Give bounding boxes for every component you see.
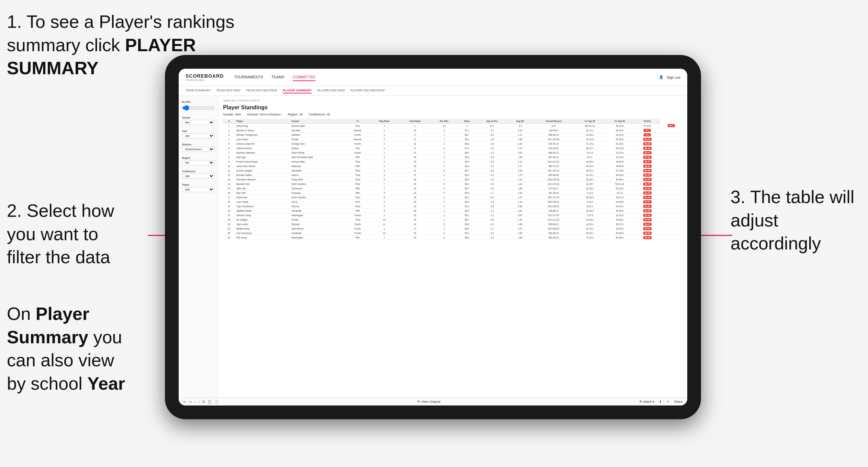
table-row: 26Petr HrubyWashingtonFifth725068.6-1.61… xyxy=(223,235,682,240)
instruction-3-text: 3. The table will adjust accordingly xyxy=(731,187,854,253)
watch-button[interactable]: 👁 Watch ▾ xyxy=(639,400,654,403)
table-row: 14Maxwell FordNorth CarolinaThird723069.… xyxy=(223,182,682,186)
nav-committee[interactable]: COMMITTEE xyxy=(293,74,315,81)
sidebar-year: Year (All) xyxy=(182,130,214,138)
share-icon[interactable]: ↗ xyxy=(667,400,669,403)
instruction-1-text: 1. To see a Player's rankings summary cl… xyxy=(7,12,234,55)
standings-filters: Gender: Men Division: NCAA Division I Re… xyxy=(223,113,682,116)
user-icon: 👤 xyxy=(659,75,663,79)
main-content: No Rds. Gender Men Year (All) xyxy=(179,96,687,398)
table-row: 12Brendan ValdesAuburnThird537068.4-1.11… xyxy=(223,173,682,177)
col-points: Points xyxy=(635,119,660,124)
nav-tournaments[interactable]: TOURNAMENTS xyxy=(234,74,263,81)
table-row: 7Nicholas GabrelcikNorth FloridaFourth12… xyxy=(223,151,682,155)
clock-icon[interactable]: 🕐 xyxy=(214,400,219,404)
sidebar-no-rds: No Rds. xyxy=(182,101,214,112)
standings-table: # Player School Yr Reg Rank Conf Rank No… xyxy=(223,119,682,240)
table-row: 1Wenyi DingArizona StateFirst1115167.1-3… xyxy=(223,124,682,128)
col-conf-rank: Conf Rank xyxy=(399,119,431,124)
table-body: 1Wenyi DingArizona StateFirst1115167.1-3… xyxy=(223,124,682,240)
share-button[interactable]: Share xyxy=(674,400,682,403)
conference-filter: Conference: All xyxy=(309,113,330,116)
toolbar-right: 👁 Watch ▾ ⬇ ↗ Share xyxy=(639,400,682,403)
prev-icon[interactable]: ‹ xyxy=(194,400,196,404)
division-select[interactable]: NCAA Division I xyxy=(182,147,214,152)
table-row: 17David FordNorth CarolinaThird928069.2-… xyxy=(223,195,682,200)
sub-nav-player-summary[interactable]: PLAYER SUMMARY xyxy=(283,88,312,93)
col-yr: Yr xyxy=(346,119,369,124)
redo-icon[interactable]: ↪ xyxy=(189,400,192,404)
col-school: School xyxy=(290,119,346,124)
table-row: 22Ian GilliganFloridaThird1024168.7-0.81… xyxy=(223,218,682,222)
logo-sub: Powered by dippi xyxy=(186,79,224,81)
col-player: Player xyxy=(235,119,290,124)
gender-select[interactable]: Men xyxy=(182,120,214,125)
nav-links: TOURNAMENTS TEAMS COMMITTEE xyxy=(234,74,659,81)
no-rds-label: No Rds. xyxy=(182,101,214,103)
table-row: 4Luke ClatonFloridaSecond217168.2-1.61.9… xyxy=(223,137,682,142)
table-row: 19Tiger ChristensenArizonaThird523269.2-… xyxy=(223,204,682,209)
view-label: 👁 xyxy=(417,400,421,403)
standings-header: Player Standings Gender: Men Division: N… xyxy=(223,104,682,116)
next-icon[interactable]: › xyxy=(198,400,199,404)
sub-nav-player-h2h-grid[interactable]: PLAYER H2H GRID xyxy=(317,88,345,93)
col-vs-top-50: Vs Top 50 xyxy=(605,119,635,124)
copy-icon[interactable]: ⧉ xyxy=(202,400,205,404)
instruction-2: 2. Select how you want to filter the dat… xyxy=(7,199,151,269)
gender-label: Gender xyxy=(182,116,214,119)
col-no-rds: No. Rds. xyxy=(431,119,458,124)
sidebar-player: Player (All) xyxy=(182,184,214,192)
bottom-toolbar: ↩ ↪ ‹ › ⧉ 📋 🕐 👁 View: Original 👁 Watch ▾… xyxy=(179,398,687,405)
table-row: 24Bastien AmatNew MexicoFourth127269.4-1… xyxy=(223,226,682,231)
table-row: 8Mats EgeEast Tennessee StateFifth124268… xyxy=(223,155,682,159)
division-filter: Division: NCAA Division I xyxy=(247,113,282,116)
tablet-frame: SCOREBOARD Powered by dippi TOURNAMENTS … xyxy=(165,55,701,419)
no-rds-slider[interactable] xyxy=(182,104,214,112)
sign-out-link[interactable]: Sign out xyxy=(667,74,680,81)
sub-nav-team-h2h-heatmap[interactable]: TEAM H2H HEATMAP xyxy=(246,88,277,93)
table-row: 20Matthew RiedelVanderbiltFifth625169.5-… xyxy=(223,209,682,213)
col-overall: Overall Record xyxy=(532,119,575,124)
instruction-bottom-text: On PlayerSummary youcan also viewby scho… xyxy=(7,304,125,393)
sidebar-gender: Gender Men xyxy=(182,116,214,125)
instruction-2-line3: filter the data xyxy=(7,247,110,267)
nav-teams[interactable]: TEAMS xyxy=(271,74,285,81)
player-select[interactable]: (All) xyxy=(182,187,214,192)
table-row: 16Alex GoffKentuckyFifth819068.3-1.71.92… xyxy=(223,191,682,195)
sub-nav-team-summary[interactable]: TEAM SUMMARY xyxy=(186,88,211,93)
table-row: 6Jackson KoivunAuburnFirst217267.3-3.02.… xyxy=(223,146,682,151)
col-vs-top-25: Vs Top 25 xyxy=(575,119,605,124)
sub-nav-player-h2h-heatmap[interactable]: PLAYER H2H HEATMAP xyxy=(350,88,385,93)
instruction-2-line1: 2. Select how xyxy=(7,201,114,221)
table-row: 21Taehoon SongWashingtonFourth123169.1-1… xyxy=(223,213,682,218)
standings-title: Player Standings xyxy=(223,104,682,111)
year-select[interactable]: (All) xyxy=(182,133,214,138)
region-select[interactable]: N/A xyxy=(182,160,214,165)
region-label: Region xyxy=(182,157,214,159)
table-row: 23Jack LundinMissouriFourth1124068.6-2.3… xyxy=(223,222,682,226)
toolbar-center: 👁 View: Original xyxy=(417,400,440,403)
player-label: Player xyxy=(182,184,214,186)
region-filter: Region: All xyxy=(288,113,303,116)
sidebar-conference: Conference (All) xyxy=(182,170,214,179)
paste-icon[interactable]: 📋 xyxy=(208,400,212,404)
table-header: # Player School Yr Reg Rank Conf Rank No… xyxy=(223,119,682,124)
table-row: 18Luke PowellUCLAFirst424163.0-1.81.1350… xyxy=(223,200,682,204)
download-icon[interactable]: ⬇ xyxy=(659,400,662,403)
col-adj-to-par: Adj. to Par xyxy=(476,119,508,124)
view-value: View: Original xyxy=(421,400,440,403)
instruction-2-line2: you want to xyxy=(7,224,98,244)
navbar: SCOREBOARD Powered by dippi TOURNAMENTS … xyxy=(179,69,687,86)
undo-icon[interactable]: ↩ xyxy=(183,400,186,404)
table-row: 10Jacob Skov OlesenArkansasFifth125068.4… xyxy=(223,164,682,168)
logo-area: SCOREBOARD Powered by dippi xyxy=(186,73,224,81)
table-row: 15Jake HallTennesseeFifth718069.7-1.51.6… xyxy=(223,186,682,191)
sub-navbar: TEAM SUMMARY TEAM H2H GRID TEAM H2H HEAT… xyxy=(179,86,687,96)
gender-filter: Gender: Men xyxy=(223,113,241,116)
table-row: 5Christo LamprechtGeorgia TechFourth2212… xyxy=(223,142,682,146)
table-row: 25Cole SherwoodVanderbiltFourth1223069.3… xyxy=(223,231,682,235)
conference-select[interactable]: (All) xyxy=(182,174,214,179)
conference-label: Conference xyxy=(182,170,214,173)
sub-nav-team-h2h-grid[interactable]: TEAM H2H GRID xyxy=(216,88,241,93)
nav-right: 👤 Sign out xyxy=(659,74,680,81)
